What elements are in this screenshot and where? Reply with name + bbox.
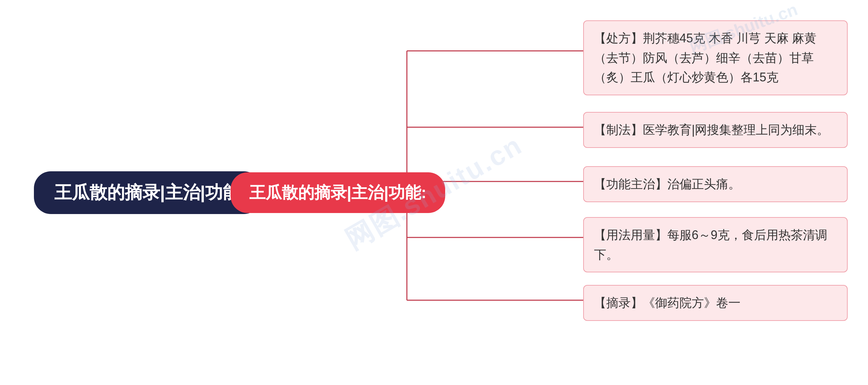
center-node: 王瓜散的摘录|主治|功能: [231,172,445,213]
branch-box-4-text: 【用法用量】每服6～9克，食后用热茶清调下。 [594,228,827,262]
branch-box-4: 【用法用量】每服6～9克，食后用热茶清调下。 [583,217,848,272]
center-node-text: 王瓜散的摘录|主治|功能: [249,182,427,204]
root-node: 王瓜散的摘录|主治|功能 [34,171,261,214]
branch-box-3-text: 【功能主治】治偏正头痛。 [594,177,741,191]
branch-box-2: 【制法】医学教育|网搜集整理上同为细末。 [583,112,848,148]
branch-box-3: 【功能主治】治偏正头痛。 [583,166,848,202]
branch-box-1-text: 【处方】荆芥穗45克 木香 川芎 天麻 麻黄（去节）防风（去芦）细辛（去苗）甘草… [594,31,816,84]
branch-box-5-text: 【摘录】《御药院方》卷一 [594,296,741,310]
branch-box-1: 【处方】荆芥穗45克 木香 川芎 天麻 麻黄（去节）防风（去芦）细辛（去苗）甘草… [583,20,848,95]
branch-box-2-text: 【制法】医学教育|网搜集整理上同为细末。 [594,123,829,137]
root-node-text: 王瓜散的摘录|主治|功能 [54,181,240,205]
branch-box-5: 【摘录】《御药院方》卷一 [583,285,848,321]
mind-map: 王瓜散的摘录|主治|功能 王瓜散的摘录|主治|功能: 【处方】荆芥穗45克 木香… [0,0,868,385]
